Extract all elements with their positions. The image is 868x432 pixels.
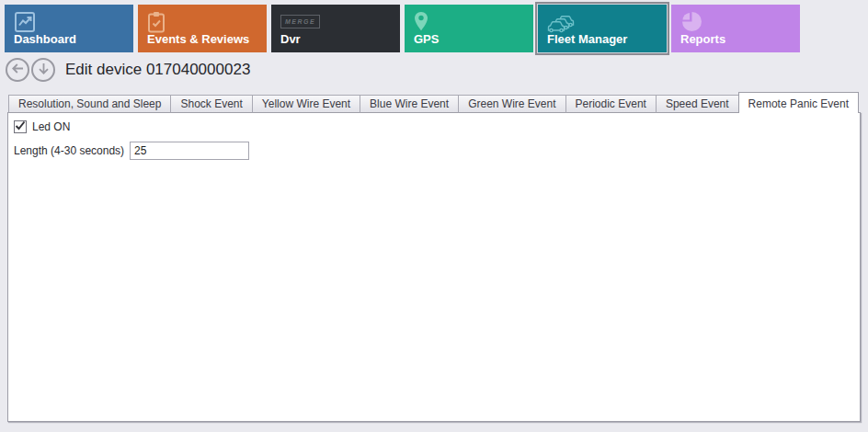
tab-remote-panic-event[interactable]: Remote Panic Event xyxy=(738,92,859,113)
nav-tile-dashboard[interactable]: Dashboard xyxy=(5,5,133,52)
length-field-row: Length (4-30 seconds) xyxy=(14,142,249,160)
nav-tile-label: Dvr xyxy=(280,32,301,46)
tab-resolution-sound-sleep[interactable]: Resolution, Sound and Sleep xyxy=(8,95,171,113)
tab-shock-event[interactable]: Shock Event xyxy=(170,95,252,113)
nav-tile-label: GPS xyxy=(414,32,439,46)
nav-tile-events-reviews[interactable]: Events & Reviews xyxy=(138,5,267,52)
length-field-label: Length (4-30 seconds) xyxy=(14,144,124,157)
nav-tile-gps[interactable]: GPS xyxy=(405,5,533,52)
led-on-checkbox[interactable] xyxy=(14,120,27,133)
page-title: Edit device 017040000023 xyxy=(65,61,250,79)
led-on-checkbox-row[interactable]: Led ON xyxy=(14,120,70,133)
tab-green-wire-event[interactable]: Green Wire Event xyxy=(458,95,565,113)
arrow-down-icon xyxy=(37,62,51,78)
nav-tile-reports[interactable]: Reports xyxy=(671,5,800,52)
nav-tile-label: Reports xyxy=(680,32,725,46)
arrow-left-icon xyxy=(11,62,25,78)
led-on-label: Led ON xyxy=(32,120,70,133)
tab-strip: Resolution, Sound and Sleep Shock Event … xyxy=(8,92,859,113)
tab-speed-event[interactable]: Speed Event xyxy=(656,95,739,113)
length-input[interactable] xyxy=(130,142,249,160)
nav-tile-label: Dashboard xyxy=(14,32,76,46)
tab-periodic-event[interactable]: Periodic Event xyxy=(565,95,657,113)
nav-tile-dvr[interactable]: MERGE Dvr xyxy=(271,5,400,52)
remote-panic-event-panel: Led ON Length (4-30 seconds) xyxy=(7,112,861,422)
tab-blue-wire-event[interactable]: Blue Wire Event xyxy=(360,95,459,113)
scroll-down-button[interactable] xyxy=(31,58,55,82)
nav-tile-label: Fleet Manager xyxy=(547,32,627,46)
header: Edit device 017040000023 xyxy=(6,58,250,82)
checkmark-icon xyxy=(15,119,26,135)
tab-yellow-wire-event[interactable]: Yellow Wire Event xyxy=(252,95,360,113)
merge-logo-icon: MERGE xyxy=(280,11,320,28)
nav-tile-fleet-manager[interactable]: Fleet Manager xyxy=(538,5,667,52)
nav-tile-label: Events & Reviews xyxy=(147,32,249,46)
back-button[interactable] xyxy=(6,58,29,82)
top-nav: Dashboard Events & Reviews MERGE Dvr GPS xyxy=(5,5,800,52)
